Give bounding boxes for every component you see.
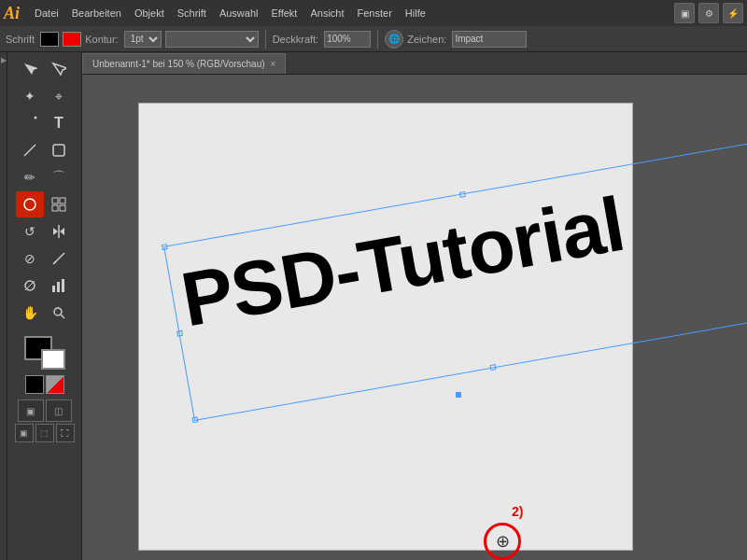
type-tool[interactable]: T — [45, 110, 73, 136]
tool-row-9 — [7, 273, 81, 299]
fill-color-swatch[interactable] — [40, 32, 59, 47]
measure-tool[interactable] — [45, 245, 73, 272]
tool-row-10: ✋ — [7, 300, 81, 326]
chart-tool[interactable] — [45, 273, 73, 299]
icon-box-3[interactable]: ⚡ — [723, 3, 743, 23]
fill-icon[interactable]: ▣ — [18, 399, 44, 422]
tool-row-7: ↺ — [7, 218, 81, 245]
gradient-tool[interactable] — [16, 273, 44, 299]
cursor-icon: ⊕ — [496, 531, 510, 552]
handle-bottom-center[interactable] — [490, 364, 497, 371]
background-color[interactable] — [41, 349, 65, 370]
tool-row-2: ✦ ⌖ — [7, 83, 81, 109]
deckkraft-label: Deckkraft: — [273, 34, 319, 45]
tab-close-button[interactable]: × — [271, 59, 276, 69]
mirror-tool[interactable] — [45, 218, 73, 245]
svg-line-1 — [24, 145, 35, 156]
toolbar: ✦ ⌖ T ✏ ⌒ — [7, 52, 82, 560]
handle-middle-left[interactable] — [176, 330, 183, 337]
polygon-tool[interactable] — [45, 191, 73, 217]
stroke-style-dropdown[interactable] — [165, 31, 259, 48]
color-section — [24, 336, 65, 394]
smooth-tool[interactable]: ⌒ — [45, 164, 73, 190]
annotation-number: 2) — [512, 504, 523, 519]
tab-bar: Unbenannt-1* bei 150 % (RGB/Vorschau) × — [82, 52, 747, 75]
system-icons: ▣ ⚙ ⚡ — [674, 3, 743, 23]
zeichen-label: Zeichen: — [407, 34, 446, 45]
tool-row-4 — [7, 137, 81, 163]
icon-box-1[interactable]: ▣ — [674, 3, 695, 23]
canvas-area: Unbenannt-1* bei 150 % (RGB/Vorschau) × — [82, 52, 747, 560]
normal-view-icon[interactable]: ▣ — [15, 424, 34, 442]
menu-hilfe[interactable]: Hilfe — [400, 6, 431, 21]
globe-icon[interactable]: 🌐 — [385, 30, 403, 49]
svg-rect-6 — [52, 205, 58, 211]
separator-2 — [377, 30, 378, 49]
font-search-input[interactable] — [452, 31, 527, 48]
handle-bottom-left[interactable] — [191, 416, 198, 423]
menu-bar: Ai Datei Bearbeiten Objekt Schrift Auswa… — [0, 0, 747, 26]
extra-icons: ▣ ◫ — [18, 399, 72, 422]
tool-row-8: ⊘ — [7, 245, 81, 272]
kontur-label: Kontur: — [85, 34, 118, 45]
hand-tool[interactable]: ✋ — [16, 300, 44, 326]
stroke-weight-dropdown[interactable]: 1pt — [124, 31, 162, 48]
menu-schrift[interactable]: Schrift — [172, 6, 212, 21]
anchor-point — [456, 392, 461, 398]
annotation-circle: ⊕ — [484, 523, 521, 560]
tab-title: Unbenannt-1* bei 150 % (RGB/Vorschau) — [92, 59, 265, 69]
menu-bearbeiten[interactable]: Bearbeiten — [66, 6, 127, 21]
svg-line-10 — [54, 261, 56, 263]
lasso-tool[interactable]: ⌖ — [45, 83, 73, 109]
pencil-tool[interactable]: ✏ — [16, 164, 44, 190]
select-tool[interactable] — [16, 56, 44, 82]
menu-fenster[interactable]: Fenster — [352, 6, 398, 21]
handle-top-center[interactable] — [459, 191, 466, 198]
deckkraft-input[interactable] — [324, 31, 371, 48]
menu-auswahl[interactable]: Auswahl — [214, 6, 264, 21]
stroke-icon[interactable]: ◫ — [46, 399, 72, 422]
arc-tool[interactable] — [45, 137, 73, 163]
magic-wand-tool[interactable]: ✦ — [16, 83, 44, 109]
none-indicator[interactable] — [46, 375, 64, 394]
zoom-tool[interactable] — [45, 300, 73, 326]
canvas-wrapper[interactable]: PSD-Tutorial 2) ⊕ — [82, 75, 747, 560]
eyedropper-tool[interactable]: ⊘ — [16, 245, 44, 272]
svg-point-16 — [54, 308, 62, 315]
tool-row-5: ✏ ⌒ — [7, 164, 81, 190]
schrift-label: Schrift — [6, 34, 35, 45]
rotate-tool[interactable]: ↺ — [16, 218, 44, 245]
svg-point-0 — [35, 117, 37, 119]
svg-rect-14 — [57, 282, 60, 292]
line-tool[interactable] — [16, 137, 44, 163]
color-pair — [24, 336, 65, 370]
menu-effekt[interactable]: Effekt — [265, 6, 303, 21]
menu-ansicht[interactable]: Ansicht — [304, 6, 349, 21]
svg-rect-2 — [53, 145, 64, 156]
fullscreen-icon[interactable]: ⛶ — [56, 424, 75, 442]
svg-rect-4 — [52, 198, 58, 203]
menu-objekt[interactable]: Objekt — [129, 6, 170, 21]
pen-tool[interactable] — [16, 110, 44, 136]
document-tab[interactable]: Unbenannt-1* bei 150 % (RGB/Vorschau) × — [82, 53, 286, 74]
menu-datei[interactable]: Datei — [29, 6, 64, 21]
tool-row-1 — [7, 56, 81, 82]
view-icons: ▣ ⬚ ⛶ — [15, 424, 75, 442]
stroke-color-swatch[interactable] — [63, 32, 81, 47]
annotation-step2: 2) ⊕ — [484, 523, 521, 560]
direct-select-tool[interactable] — [45, 56, 73, 82]
svg-line-17 — [61, 315, 64, 318]
tool-row-6 — [7, 191, 81, 217]
app-logo: Ai — [4, 0, 20, 26]
options-bar: Schrift Kontur: 1pt Deckkraft: 🌐 Zeichen… — [0, 26, 747, 52]
svg-rect-13 — [52, 286, 55, 292]
tool-row-3: T — [7, 110, 81, 136]
ellipse-tool[interactable] — [16, 191, 44, 217]
swap-colors-icon[interactable] — [25, 375, 44, 394]
icon-box-2[interactable]: ⚙ — [698, 3, 719, 23]
collapse-handle[interactable]: ▶ — [0, 52, 7, 560]
svg-rect-7 — [60, 205, 65, 211]
handle-top-left[interactable] — [162, 244, 168, 250]
mask-view-icon[interactable]: ⬚ — [35, 424, 54, 442]
svg-rect-15 — [62, 279, 64, 292]
